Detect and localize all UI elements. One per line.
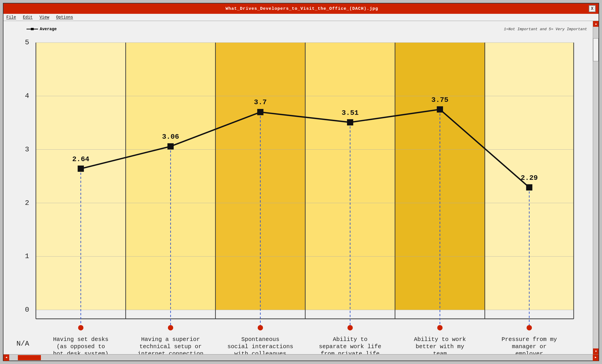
data-point-3 bbox=[257, 109, 264, 115]
legend: Average bbox=[26, 27, 57, 31]
svg-text:5: 5 bbox=[25, 38, 29, 46]
scroll-right-button[interactable]: ► bbox=[593, 355, 599, 361]
svg-text:separate work life: separate work life bbox=[319, 343, 381, 350]
svg-text:3: 3 bbox=[25, 145, 29, 153]
svg-text:Having a superior: Having a superior bbox=[141, 336, 200, 343]
scroll-up-button[interactable]: ▲ bbox=[593, 21, 599, 27]
svg-text:social interactions: social interactions bbox=[228, 343, 294, 350]
svg-text:Ability to: Ability to bbox=[333, 336, 367, 343]
svg-text:3.7: 3.7 bbox=[254, 98, 267, 106]
close-button[interactable]: X bbox=[589, 5, 596, 12]
svg-text:with colleagues: with colleagues bbox=[234, 350, 286, 354]
svg-rect-1 bbox=[31, 28, 34, 30]
svg-text:3.75: 3.75 bbox=[431, 96, 448, 104]
svg-text:hot desk system): hot desk system) bbox=[53, 350, 108, 354]
chart-svg: 5 4 3 2 1 0 N/A bbox=[9, 34, 587, 354]
menu-view[interactable]: View bbox=[39, 15, 49, 20]
bottom-dot-6 bbox=[527, 325, 532, 331]
data-point-1 bbox=[78, 165, 84, 172]
bottom-dot-4 bbox=[347, 325, 353, 331]
menu-bar: File Edit View Options bbox=[3, 14, 599, 21]
data-point-2 bbox=[167, 143, 174, 150]
legend-line-icon bbox=[26, 27, 38, 31]
svg-text:2.29: 2.29 bbox=[521, 174, 538, 182]
menu-options[interactable]: Options bbox=[56, 15, 73, 20]
svg-text:Spontaneous: Spontaneous bbox=[241, 336, 279, 343]
svg-text:(as opposed to: (as opposed to bbox=[56, 343, 105, 350]
svg-text:0: 0 bbox=[25, 306, 29, 314]
data-point-6 bbox=[526, 184, 533, 190]
menu-file[interactable]: File bbox=[6, 15, 16, 20]
scroll-down-button[interactable]: ▼ bbox=[593, 348, 599, 354]
scrollbar-right: ▲ ▼ bbox=[593, 21, 599, 354]
main-window: What_Drives_Developers_to_Visit_the_Offi… bbox=[3, 3, 599, 361]
svg-text:Ability to work: Ability to work bbox=[414, 336, 466, 343]
legend-label: Average bbox=[40, 27, 57, 31]
title-bar: What_Drives_Developers_to_Visit_the_Offi… bbox=[3, 3, 599, 14]
svg-text:Pressure from my: Pressure from my bbox=[501, 336, 557, 343]
scroll-left-button[interactable]: ◄ bbox=[3, 355, 9, 361]
legend-row: Average 1=Not Important and 5= Very Impo… bbox=[26, 27, 587, 31]
data-point-4 bbox=[347, 119, 353, 125]
bottom-dot-5 bbox=[437, 325, 443, 331]
svg-text:technical setup or: technical setup or bbox=[139, 343, 202, 350]
svg-text:team: team bbox=[433, 350, 447, 354]
bottom-dot-3 bbox=[258, 325, 263, 331]
scale-note: 1=Not Important and 5= Very Important bbox=[504, 27, 587, 31]
svg-text:1: 1 bbox=[25, 252, 29, 260]
svg-text:2: 2 bbox=[25, 199, 29, 207]
window-title: What_Drives_Developers_to_Visit_the_Offi… bbox=[15, 6, 589, 11]
svg-text:3.06: 3.06 bbox=[162, 133, 179, 141]
chart-area: Average 1=Not Important and 5= Very Impo… bbox=[3, 21, 593, 354]
svg-text:internet connection: internet connection bbox=[138, 350, 204, 354]
data-point-5 bbox=[437, 106, 443, 113]
svg-text:manager or: manager or bbox=[512, 343, 546, 350]
content-area: Average 1=Not Important and 5= Very Impo… bbox=[3, 21, 599, 354]
menu-edit[interactable]: Edit bbox=[23, 15, 33, 20]
svg-text:employer: employer bbox=[515, 350, 543, 354]
bottom-scrollbar: ◄ ► bbox=[3, 354, 599, 361]
svg-text:Having set desks: Having set desks bbox=[53, 336, 108, 343]
scroll-track bbox=[593, 27, 599, 348]
svg-text:from private life: from private life bbox=[321, 350, 379, 354]
chart-wrapper: 5 4 3 2 1 0 N/A bbox=[9, 34, 587, 354]
scroll-thumb[interactable] bbox=[593, 38, 599, 61]
svg-text:4: 4 bbox=[25, 92, 29, 100]
svg-text:N/A: N/A bbox=[16, 340, 29, 348]
svg-text:2.64: 2.64 bbox=[72, 155, 89, 163]
bottom-dot-2 bbox=[168, 325, 173, 331]
svg-text:3.51: 3.51 bbox=[342, 109, 359, 117]
svg-text:better with my: better with my bbox=[416, 343, 464, 350]
bottom-dot-1 bbox=[78, 325, 84, 331]
horizontal-scroll-thumb[interactable] bbox=[18, 355, 41, 360]
